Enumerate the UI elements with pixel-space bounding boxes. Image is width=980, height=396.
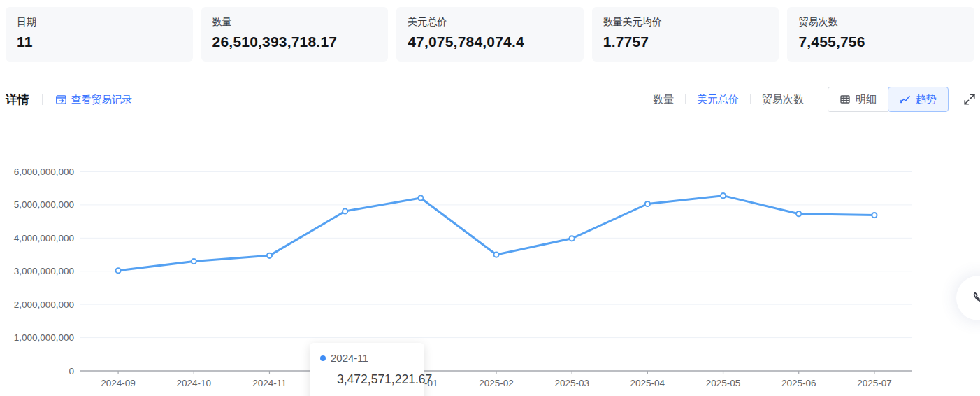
x-axis-label: 2024-11 <box>252 378 287 388</box>
x-axis-label: 2025-02 <box>479 378 514 388</box>
y-axis-label: 6,000,000,000 <box>14 167 74 177</box>
tooltip-header: 2024-11 <box>320 352 415 364</box>
data-point[interactable] <box>192 259 196 264</box>
x-axis-label: 2025-07 <box>857 378 892 388</box>
data-point[interactable] <box>872 213 877 218</box>
data-point[interactable] <box>418 195 423 200</box>
phone-icon <box>971 290 980 306</box>
x-axis-label: 2025-03 <box>554 378 589 388</box>
y-axis-label: 2,000,000,000 <box>14 299 74 310</box>
data-point[interactable] <box>493 252 498 257</box>
data-point[interactable] <box>115 268 120 273</box>
data-point[interactable] <box>796 211 801 216</box>
x-axis-label: 2024-10 <box>176 378 211 388</box>
y-axis-label: 4,000,000,000 <box>14 233 74 243</box>
chart-tooltip: 2024-11 3,472,571,221.67 <box>310 343 424 396</box>
x-axis-label: 2025-04 <box>630 378 665 388</box>
y-axis-label: 1,000,000,000 <box>14 332 74 343</box>
y-axis-label: 5,000,000,000 <box>14 199 74 210</box>
data-point[interactable] <box>645 201 650 206</box>
y-axis-label: 3,000,000,000 <box>14 266 74 276</box>
data-point[interactable] <box>721 193 726 198</box>
tooltip-category: 2024-11 <box>331 352 368 364</box>
data-point[interactable] <box>570 236 575 241</box>
series-dot-icon <box>320 355 326 361</box>
trend-line-chart[interactable]: 01,000,000,0002,000,000,0003,000,000,000… <box>0 0 980 396</box>
trend-line <box>118 196 874 271</box>
x-axis-label: 2024-09 <box>101 378 136 388</box>
x-axis-label: 2025-05 <box>706 378 741 388</box>
y-axis-label: 0 <box>69 366 74 376</box>
x-axis-label: 2025-06 <box>781 378 816 388</box>
trade-dashboard: 日期 11 数量 26,510,393,718.17 美元总价 47,075,7… <box>0 0 980 396</box>
data-point[interactable] <box>267 253 272 258</box>
data-point[interactable] <box>343 208 347 213</box>
tooltip-value: 3,472,571,221.67 <box>337 372 415 387</box>
